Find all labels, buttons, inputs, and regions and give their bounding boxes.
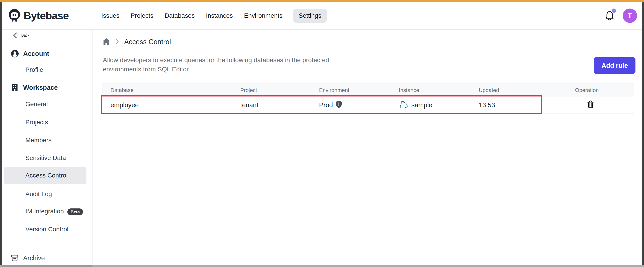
nav-environments[interactable]: Environments: [244, 9, 283, 23]
trash-icon[interactable]: [586, 100, 594, 110]
sidebar-group-account: Account: [2, 45, 92, 62]
table-row[interactable]: employee tenant Prod: [102, 97, 634, 114]
nav-projects[interactable]: Projects: [130, 9, 154, 23]
table-header-row: Database Project Environment Instance Up…: [102, 83, 634, 97]
sidebar-group-workspace: Workspace: [2, 79, 92, 96]
col-header-project: Project: [232, 87, 311, 93]
main-nav: Issues Projects Databases Instances Envi…: [101, 2, 327, 29]
nav-issues[interactable]: Issues: [101, 9, 120, 23]
cell-database: employee: [102, 101, 232, 109]
bytebase-app-window: Bytebase Issues Projects Databases Insta…: [0, 0, 644, 267]
window-right-border: [642, 2, 644, 265]
sidebar-item-profile[interactable]: Profile: [2, 61, 92, 78]
settings-sidebar: Back Account Profile: [2, 30, 92, 265]
cell-project: tenant: [232, 101, 311, 109]
building-icon: [10, 83, 19, 92]
cell-instance: sample: [390, 100, 470, 110]
top-navigation-bar: Bytebase Issues Projects Databases Insta…: [2, 2, 642, 30]
breadcrumb: Access Control: [102, 38, 171, 46]
sidebar-item-general[interactable]: General: [2, 96, 92, 112]
sidebar-item-members[interactable]: Members: [2, 132, 92, 149]
cell-environment: Prod: [311, 100, 390, 110]
sidebar-group-workspace-label: Workspace: [23, 84, 58, 91]
chevron-left-icon: [12, 32, 18, 39]
archive-icon: [10, 254, 19, 262]
sidebar-item-access-control[interactable]: Access Control: [2, 167, 92, 184]
nav-settings[interactable]: Settings: [293, 9, 327, 23]
horizontal-scrollbar-thumb[interactable]: [2, 265, 92, 267]
notification-dot: [612, 8, 616, 13]
bytebase-logo[interactable]: Bytebase: [8, 2, 69, 29]
cell-updated: 13:53: [470, 101, 567, 109]
user-circle-icon: [10, 49, 19, 58]
window-left-border: [0, 2, 2, 265]
home-icon[interactable]: [102, 38, 110, 46]
cell-operation: [567, 100, 634, 110]
header-right-controls: T: [605, 2, 637, 29]
sidebar-back-label: Back: [21, 33, 30, 37]
bytebase-logo-icon: [8, 9, 20, 23]
notifications-button[interactable]: [605, 10, 614, 21]
access-control-page: Access Control Allow developers to execu…: [92, 30, 642, 265]
sidebar-item-im-integration[interactable]: IM IntegrationBeta: [2, 203, 92, 220]
mysql-icon: [399, 100, 409, 110]
breadcrumb-current: Access Control: [124, 38, 171, 46]
access-rules-table: Database Project Environment Instance Up…: [102, 83, 634, 114]
col-header-database: Database: [102, 87, 232, 93]
shield-exclamation-icon: [336, 100, 342, 110]
sidebar-back-button[interactable]: Back: [2, 30, 92, 44]
add-rule-button[interactable]: Add rule: [594, 57, 636, 74]
sidebar-item-version-control[interactable]: Version Control: [2, 221, 92, 238]
col-header-operation: Operation: [567, 87, 634, 93]
logo-wordmark: Bytebase: [24, 9, 69, 22]
beta-badge: Beta: [67, 209, 83, 215]
sidebar-item-audit-log[interactable]: Audit Log: [2, 186, 92, 202]
window-bottom-border: [0, 265, 644, 267]
col-header-updated: Updated: [470, 87, 567, 93]
sidebar-group-account-label: Account: [23, 50, 49, 57]
col-header-instance: Instance: [390, 87, 470, 93]
col-header-environment: Environment: [311, 87, 390, 93]
sidebar-item-sensitive-data[interactable]: Sensitive Data: [2, 150, 92, 166]
window-top-accent-bar: [0, 0, 644, 2]
sidebar-item-archive[interactable]: Archive: [2, 250, 92, 265]
sidebar-item-projects[interactable]: Projects: [2, 114, 92, 131]
bell-icon: [605, 18, 614, 22]
avatar[interactable]: T: [623, 8, 637, 23]
page-description: Allow developers to execute queries for …: [103, 55, 329, 74]
nav-instances[interactable]: Instances: [206, 9, 233, 23]
nav-databases[interactable]: Databases: [164, 9, 195, 23]
chevron-right-icon: [115, 39, 119, 45]
